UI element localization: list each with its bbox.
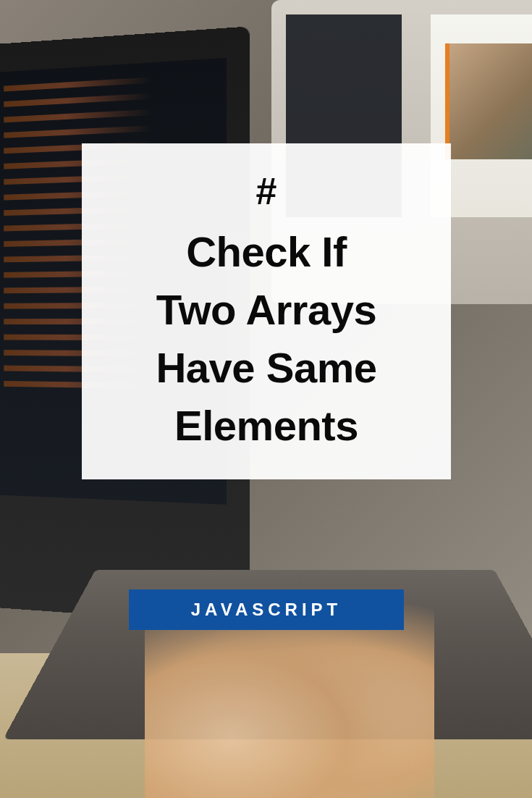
title-line: Have Same bbox=[104, 339, 429, 397]
title-line: Elements bbox=[104, 397, 429, 455]
badge-label: JAVASCRIPT bbox=[191, 600, 342, 620]
title-line: Check If bbox=[104, 223, 429, 281]
card-title: Check If Two Arrays Have Same Elements bbox=[104, 223, 429, 455]
title-line: Two Arrays bbox=[104, 281, 429, 339]
category-badge: JAVASCRIPT bbox=[129, 589, 404, 630]
screen-photo bbox=[445, 43, 532, 159]
hash-symbol: # bbox=[104, 172, 429, 210]
title-card: # Check If Two Arrays Have Same Elements bbox=[82, 143, 451, 479]
